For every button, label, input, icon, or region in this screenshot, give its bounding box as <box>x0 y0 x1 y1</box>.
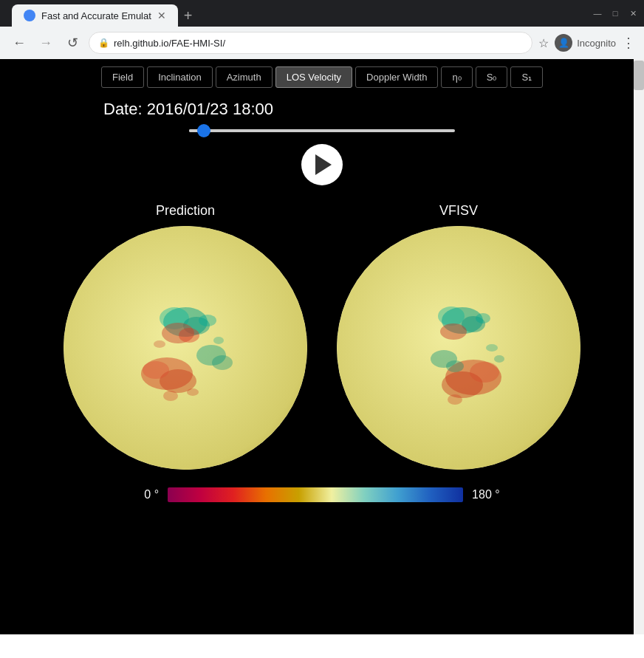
colorbar-area: 0 ° 180 ° <box>144 487 499 502</box>
tab-los-velocity[interactable]: LOS Velocity <box>275 66 352 88</box>
incognito-icon: 👤 <box>555 34 572 52</box>
tab-azimuth[interactable]: Azimuth <box>216 66 273 88</box>
date-label: Date: <box>103 100 143 118</box>
svg-point-16 <box>438 306 465 326</box>
scrollbar-thumb[interactable] <box>634 61 644 90</box>
browser-chrome: Fast and Accurate Emulat ✕ + — □ ✕ ← → ↺… <box>0 0 644 59</box>
maximize-button[interactable]: □ <box>610 8 620 18</box>
vfisv-spots <box>337 226 580 470</box>
solar-images-container: Prediction <box>0 203 644 470</box>
svg-point-11 <box>154 340 165 348</box>
page-content: Field Inclination Azimuth LOS Velocity D… <box>0 59 644 634</box>
svg-point-10 <box>212 355 233 370</box>
slider-thumb[interactable] <box>197 124 210 137</box>
close-button[interactable]: ✕ <box>628 8 638 18</box>
prediction-label: Prediction <box>156 203 215 219</box>
title-bar: Fast and Accurate Emulat ✕ + — □ ✕ <box>0 0 644 27</box>
prediction-spots <box>64 226 307 470</box>
colorbar <box>168 487 463 502</box>
tab-s1[interactable]: S₁ <box>510 66 543 88</box>
colorbar-max-label: 180 ° <box>472 488 500 501</box>
svg-point-25 <box>486 344 498 352</box>
incognito-label: Incognito <box>577 38 616 49</box>
bookmark-button[interactable]: ☆ <box>538 36 549 50</box>
tab-field[interactable]: Field <box>101 66 144 88</box>
tab-navigation: Field Inclination Azimuth LOS Velocity D… <box>101 66 543 88</box>
prediction-sun <box>64 226 307 470</box>
back-button[interactable]: ← <box>9 32 30 53</box>
tab-bar: Fast and Accurate Emulat ✕ + <box>6 0 592 27</box>
tab-favicon <box>24 10 35 21</box>
window-controls: — □ ✕ <box>592 8 638 18</box>
url-bar[interactable]: 🔒 relh.github.io/FAE-HMI-SI/ <box>89 32 532 54</box>
play-icon <box>315 154 332 175</box>
slider-track[interactable] <box>189 129 455 132</box>
svg-point-22 <box>470 362 499 383</box>
minimize-button[interactable]: — <box>592 8 603 18</box>
prediction-panel: Prediction <box>64 203 307 470</box>
svg-point-3 <box>199 315 216 326</box>
lock-icon: 🔒 <box>98 38 109 48</box>
active-browser-tab[interactable]: Fast and Accurate Emulat ✕ <box>12 4 178 27</box>
play-button[interactable] <box>301 144 343 185</box>
tab-title: Fast and Accurate Emulat <box>41 10 151 21</box>
svg-point-14 <box>187 388 199 396</box>
prediction-image <box>64 226 307 470</box>
vfisv-panel: VFISV <box>337 203 580 470</box>
url-text: relh.github.io/FAE-HMI-SI/ <box>114 38 225 49</box>
vfisv-image <box>337 226 580 470</box>
tab-doppler-width[interactable]: Doppler Width <box>355 66 438 88</box>
tab-close-button[interactable]: ✕ <box>157 10 166 21</box>
svg-point-13 <box>163 391 178 401</box>
forward-button[interactable]: → <box>35 32 56 53</box>
new-tab-button[interactable]: + <box>178 4 199 27</box>
svg-point-8 <box>143 361 169 379</box>
menu-button[interactable]: ⋮ <box>622 35 635 51</box>
date-value: 2016/01/23 18:00 <box>147 100 273 118</box>
tab-inclination[interactable]: Inclination <box>147 66 213 88</box>
vfisv-label: VFISV <box>439 203 478 219</box>
svg-point-5 <box>179 328 199 343</box>
incognito-area: 👤 Incognito <box>555 34 616 52</box>
scrollbar[interactable] <box>634 59 644 634</box>
svg-point-26 <box>494 355 504 363</box>
date-display: Date: 2016/01/23 18:00 <box>103 100 273 119</box>
reload-button[interactable]: ↺ <box>62 32 83 53</box>
vfisv-sun <box>337 226 580 470</box>
tab-eta0[interactable]: η₀ <box>441 66 472 88</box>
svg-point-24 <box>446 360 464 372</box>
tab-s0[interactable]: S₀ <box>476 66 508 88</box>
svg-point-27 <box>448 394 462 405</box>
svg-point-19 <box>440 323 467 340</box>
colorbar-min-label: 0 ° <box>144 488 159 501</box>
svg-point-18 <box>476 313 490 323</box>
timeline-slider[interactable] <box>189 129 455 132</box>
address-bar: ← → ↺ 🔒 relh.github.io/FAE-HMI-SI/ ☆ 👤 I… <box>0 27 644 59</box>
svg-point-12 <box>213 337 224 344</box>
